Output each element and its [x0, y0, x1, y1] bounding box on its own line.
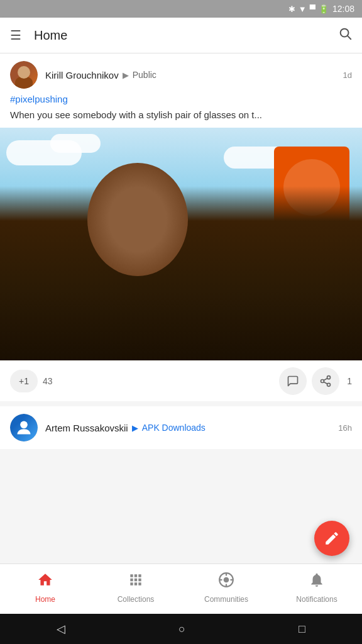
- nav-item-notifications[interactable]: Notifications: [272, 564, 362, 614]
- page-title: Home: [34, 28, 338, 43]
- nav-label-notifications: Notifications: [296, 595, 337, 604]
- nav-item-collections[interactable]: Collections: [90, 564, 181, 614]
- home-icon: [37, 572, 53, 592]
- notifications-icon: [309, 572, 325, 592]
- post-meta: Kirill Grouchnikov ▶ Public: [45, 70, 343, 80]
- post-text: When you see somebody with a stylish pai…: [0, 108, 362, 128]
- nav-label-communities: Communities: [204, 595, 248, 604]
- bluetooth-icon: ✱: [288, 4, 295, 14]
- svg-line-5: [324, 382, 327, 384]
- post-actions: +1 43 1: [0, 360, 362, 401]
- svg-point-7: [20, 421, 28, 429]
- post-author-row: Kirill Grouchnikov ▶ Public: [45, 70, 343, 80]
- post-time: 1d: [343, 70, 352, 80]
- post-visibility: Public: [133, 70, 156, 80]
- collections-icon: [128, 572, 144, 592]
- status-icons: ✱ ▼ ▀ 🔋: [288, 4, 329, 14]
- post-author2: Artem Russakovskii: [45, 423, 128, 433]
- android-home-button[interactable]: ○: [178, 623, 185, 636]
- svg-point-9: [224, 577, 229, 583]
- avatar2: [10, 414, 38, 441]
- share-count: 1: [347, 376, 352, 386]
- avatar-image: [10, 61, 38, 89]
- post-meta2: Artem Russakovskii ▶ APK Downloads: [45, 423, 331, 433]
- share-button[interactable]: [312, 367, 339, 395]
- app-bar: ☰ Home: [0, 18, 362, 53]
- search-icon[interactable]: [338, 26, 352, 44]
- avatar: [10, 61, 38, 89]
- nav-item-communities[interactable]: Communities: [181, 564, 272, 614]
- avatar2-image: [10, 414, 38, 441]
- post-image: [0, 128, 362, 360]
- android-nav-bar: ◁ ○ □: [0, 614, 362, 644]
- communities-icon: [218, 572, 234, 592]
- arrow-right-icon: ▶: [123, 70, 129, 80]
- post-header: Kirill Grouchnikov ▶ Public 1d: [0, 53, 362, 94]
- post-time2: 16h: [338, 423, 352, 433]
- status-time: 12:08: [332, 4, 354, 14]
- post-community: APK Downloads: [142, 423, 206, 433]
- battery-icon: 🔋: [319, 4, 329, 14]
- post-hashtag[interactable]: #pixelpushing: [0, 94, 362, 108]
- status-bar: ✱ ▼ ▀ 🔋 12:08: [0, 0, 362, 18]
- wifi-icon: ▼: [299, 4, 307, 14]
- fab-compose[interactable]: [314, 521, 349, 556]
- signal-icon: ▀: [310, 4, 315, 14]
- bottom-nav: Home Collections Communities: [0, 564, 362, 614]
- plus-one-count: 43: [43, 376, 53, 386]
- plus-one-button[interactable]: +1: [10, 370, 38, 392]
- nav-label-home: Home: [35, 595, 55, 604]
- nav-item-home[interactable]: Home: [0, 564, 90, 614]
- arrow-right2-icon: ▶: [132, 423, 138, 433]
- menu-icon[interactable]: ☰: [10, 29, 21, 42]
- comment-button[interactable]: [279, 367, 307, 395]
- svg-line-6: [324, 378, 327, 380]
- post-author: Kirill Grouchnikov: [45, 70, 119, 80]
- android-back-button[interactable]: ◁: [57, 622, 65, 636]
- plus-one-label: +1: [19, 376, 29, 386]
- android-recents-button[interactable]: □: [299, 623, 305, 636]
- nav-label-collections: Collections: [118, 595, 155, 604]
- post-card-2: Artem Russakovskii ▶ APK Downloads 16h: [0, 406, 362, 449]
- post-author2-row: Artem Russakovskii ▶ APK Downloads: [45, 423, 331, 433]
- post-card-1: Kirill Grouchnikov ▶ Public 1d #pixelpus…: [0, 53, 362, 401]
- svg-line-1: [348, 36, 351, 39]
- plus-one-group: +1 43: [10, 370, 53, 392]
